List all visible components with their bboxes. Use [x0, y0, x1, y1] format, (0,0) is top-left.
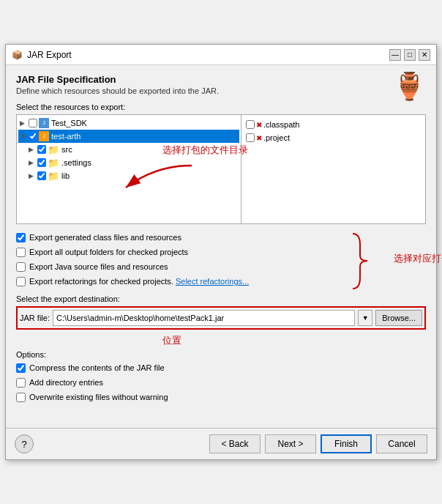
jar-file-input[interactable] [53, 310, 355, 326]
window-title: JAR Export [27, 50, 72, 60]
resources-label: Select the resources to export: [16, 103, 426, 111]
label-export-class: Export generated class files and resourc… [29, 233, 181, 242]
label-export-refactoring: Export refactorings for checked projects… [29, 277, 176, 286]
checkbox-test-arth[interactable] [29, 132, 37, 141]
expand-arrow-test-sdk: ▶ [20, 119, 29, 127]
label-overwrite: Overwrite existing files without warning [29, 393, 168, 401]
tree-item-test-sdk[interactable]: ▶ J Test_SDK [18, 116, 239, 130]
expand-arrow-settings: ▶ [29, 159, 37, 166]
folder-icon-src: 📁 [48, 144, 59, 155]
option-row-4: Export refactorings for checked projects… [16, 274, 426, 289]
bottom-bar: ? < Back Next > Finish Cancel [6, 428, 436, 459]
expand-arrow-src: ▶ [29, 146, 37, 153]
browse-button[interactable]: Browse... [375, 310, 422, 326]
label-lib: lib [61, 171, 70, 180]
cancel-button[interactable]: Cancel [376, 434, 427, 453]
label-settings: .settings [61, 158, 91, 167]
checkbox-export-class[interactable] [16, 233, 26, 242]
x-icon-project: ✖ [256, 134, 262, 142]
label-test-arth: test-arth [51, 132, 80, 141]
folder-icon-settings: 📁 [48, 158, 59, 168]
checkbox-export-output[interactable] [16, 248, 26, 257]
label-classpath: .classpath [263, 120, 300, 129]
tree-item-settings[interactable]: ▶ 📁 .settings [18, 156, 239, 169]
page-description: Define which resources should be exporte… [16, 86, 219, 95]
bottom-right-buttons: < Back Next > Finish Cancel [209, 434, 427, 453]
jar-file-dropdown[interactable]: ▼ [358, 310, 372, 326]
checkbox-export-source[interactable] [16, 262, 26, 272]
expand-arrow-lib: ▶ [29, 172, 37, 179]
jar-export-window: 📦 JAR Export — □ ✕ JAR File Specificatio… [5, 44, 437, 460]
checkbox-export-refactoring[interactable] [16, 277, 26, 286]
tree-right[interactable]: ✖ .classpath ✖ .project [241, 115, 425, 223]
options-section: Options: Compress the contents of the JA… [16, 350, 426, 404]
maximize-button[interactable]: □ [404, 49, 416, 61]
tree-left[interactable]: ▶ J Test_SDK ▼ J test-arth ▶ [17, 115, 241, 223]
window-icon: 📦 [12, 50, 23, 60]
tree-wrapper: ▶ J Test_SDK ▼ J test-arth ▶ [16, 114, 426, 224]
folder-icon-lib: 📁 [48, 171, 59, 182]
option-compress-row: Compress the contents of the JAR file [16, 360, 426, 375]
dialog-content: JAR File Specification Define which reso… [6, 65, 436, 413]
expand-arrow-test-arth: ▼ [20, 133, 29, 140]
label-dir-entries: Add directory entries [29, 378, 103, 387]
label-project: .project [263, 133, 290, 142]
jar-file-label: JAR file: [20, 314, 50, 322]
option-overwrite-row: Overwrite existing files without warning [16, 390, 426, 404]
titlebar: 📦 JAR Export — □ ✕ [6, 45, 436, 65]
select-refactorings-link[interactable]: Select refactorings... [176, 277, 249, 286]
header-text: JAR File Specification Define which reso… [16, 74, 219, 103]
checkbox-classpath[interactable] [246, 120, 255, 129]
proj-icon-test-arth: J [39, 131, 49, 141]
destination-label: Select the export destination: [16, 294, 426, 303]
checkbox-lib[interactable] [37, 171, 46, 180]
close-button[interactable]: ✕ [419, 49, 430, 61]
next-button[interactable]: Next > [265, 434, 316, 453]
checkbox-project[interactable] [246, 133, 255, 142]
checkbox-dir-entries[interactable] [16, 378, 26, 388]
minimize-button[interactable]: — [389, 49, 401, 61]
tree-item-src[interactable]: ▶ 📁 src [18, 143, 239, 156]
help-button[interactable]: ? [15, 434, 34, 453]
checkbox-settings[interactable] [37, 158, 46, 167]
label-export-source: Export Java source files and resources [29, 262, 168, 271]
jar-icon: 🏺 [393, 71, 426, 102]
label-test-sdk: Test_SDK [51, 119, 87, 127]
page-title: JAR File Specification [16, 74, 219, 85]
titlebar-controls: — □ ✕ [389, 49, 430, 61]
option-row-3: Export Java source files and resources [16, 259, 426, 274]
options-label: Options: [16, 350, 426, 359]
option-row-2: Export all output folders for checked pr… [16, 245, 426, 259]
option-row-1: Export generated class files and resourc… [16, 230, 426, 245]
checkbox-src[interactable] [37, 145, 46, 154]
x-icon-classpath: ✖ [256, 121, 262, 129]
proj-icon-test-sdk: J [39, 118, 49, 128]
tree-item-project[interactable]: ✖ .project [246, 131, 421, 144]
label-src: src [61, 145, 72, 154]
checkbox-test-sdk[interactable] [29, 119, 37, 127]
destination-row: JAR file: ▼ Browse... [16, 306, 426, 330]
label-compress: Compress the contents of the JAR file [29, 363, 165, 372]
destination-section: Select the export destination: JAR file:… [16, 294, 426, 347]
back-button[interactable]: < Back [209, 434, 261, 453]
tree-item-classpath[interactable]: ✖ .classpath [246, 118, 421, 131]
annotation-position: 位置 [16, 334, 426, 347]
label-export-output: Export all output folders for checked pr… [29, 248, 188, 256]
checkbox-compress[interactable] [16, 363, 26, 373]
tree-panel: ▶ J Test_SDK ▼ J test-arth ▶ [16, 114, 426, 224]
tree-item-lib[interactable]: ▶ 📁 lib [18, 169, 239, 182]
finish-button[interactable]: Finish [321, 434, 372, 453]
spacer [6, 413, 436, 428]
option-dir-row: Add directory entries [16, 375, 426, 390]
tree-item-test-arth[interactable]: ▼ J test-arth [18, 130, 239, 143]
export-options-area: Export generated class files and resourc… [16, 230, 426, 289]
header-area: JAR File Specification Define which reso… [16, 74, 426, 103]
titlebar-left: 📦 JAR Export [12, 50, 72, 60]
checkbox-overwrite[interactable] [16, 393, 26, 402]
